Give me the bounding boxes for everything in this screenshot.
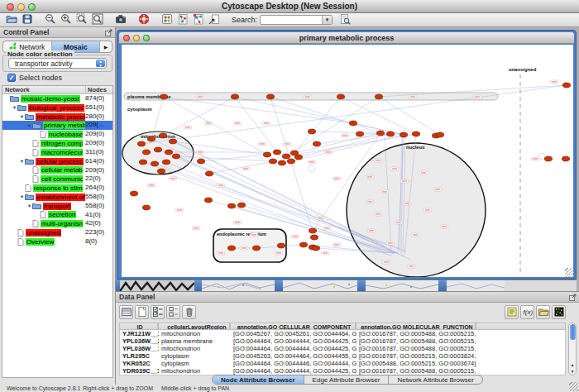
network-node[interactable] [162,160,170,165]
tab-network-attribute-browser[interactable]: Network Attribute Browser [389,375,481,384]
network-node[interactable] [231,94,238,99]
network-node[interactable] [544,156,552,161]
network-node[interactable] [172,154,179,159]
delete-attribute-button[interactable] [182,305,196,319]
tree-item-transport[interactable]: ▼transport558(0) [2,202,112,211]
network-node[interactable] [562,83,570,88]
window-resize-grip[interactable] [565,268,574,277]
tree-item-metabolic-process[interactable]: ▼metabolic process280(0) [2,112,112,122]
tree-item-mosaic-demo-yeast[interactable]: mosaic-demo-yeast874(0) [2,94,112,103]
network-node[interactable] [227,246,235,251]
network-node[interactable] [309,228,316,233]
import-network-button[interactable] [206,14,222,26]
network-node[interactable] [375,94,382,99]
network-node[interactable] [356,131,363,136]
network-node[interactable] [197,159,204,164]
zoom-in-button[interactable] [58,14,74,26]
network-node[interactable] [137,141,145,146]
tree-expand-icon[interactable]: ▼ [19,194,25,199]
table-row[interactable]: YJR121W__1mitochondrion[GO:0045267, GO:0… [120,330,565,337]
network-node[interactable] [266,94,274,99]
network-canvas[interactable]: plasma membranecytoplasmmitochondrionnuc… [122,45,573,277]
background-window-sliver[interactable] [120,280,194,291]
tree-item-cellular-process[interactable]: ▼cellular process614(0) [2,157,112,166]
tree-item-multi-organism-pro[interactable]: multi-organism pro42(0) [2,219,112,228]
search-options-button[interactable] [337,14,352,26]
network-node[interactable] [436,132,443,137]
tree-expand-icon[interactable]: ▼ [19,114,25,119]
zoom-out-button[interactable] [42,14,58,26]
network-node[interactable] [142,150,150,155]
annotation-button[interactable] [505,305,519,319]
table-column-header[interactable]: annotation.GO MOLECULAR_FUNCTION [356,323,476,330]
network-node[interactable] [205,171,213,176]
tree-item-establishment-of-lo[interactable]: ▼establishment of lo558(0) [2,193,112,202]
tree-item-nitrogen-compo[interactable]: nitrogen compo209(0) [2,139,112,148]
tree-item-secretion[interactable]: secretion41(0) [2,211,112,220]
network-node[interactable] [277,243,285,248]
tab-edge-attribute-browser[interactable]: Edge Attribute Browser [304,375,390,384]
float-panel-icon[interactable] [105,29,112,40]
zoom-fit-button[interactable] [89,14,105,26]
table-column-header[interactable]: _cellularLayoutRegion [158,323,230,330]
background-window-sliver[interactable] [447,280,505,291]
network-node[interactable] [159,133,166,138]
network-node[interactable] [130,191,137,196]
network-node[interactable] [160,94,167,99]
network-node[interactable] [169,139,176,144]
create-network-view-button[interactable] [175,14,190,26]
table-row[interactable]: YDR039C__1mitochondrion[GO:0044464, GO:0… [120,367,565,375]
chevron-down-icon[interactable]: ▼ [322,16,332,24]
select-nodes-checkbox[interactable]: ✓ [7,74,16,82]
tree-expand-icon[interactable]: ▼ [19,159,25,164]
network-node[interactable] [294,155,302,160]
help-button[interactable] [136,14,151,26]
network-node[interactable] [349,121,356,126]
network-node[interactable] [278,160,285,165]
network-node[interactable] [263,152,270,157]
network-node[interactable] [282,154,290,159]
network-node[interactable] [252,246,260,251]
network-node[interactable] [312,246,319,251]
network-overlay-button[interactable] [190,14,206,26]
tree-item-response-to-stimulu[interactable]: response to stimulu264(0) [2,184,112,193]
network-node[interactable] [386,131,394,136]
tree-expand-icon[interactable]: ▼ [26,123,32,128]
network-node[interactable] [400,132,407,137]
tree-expand-icon[interactable]: ▼ [26,203,32,208]
network-node[interactable] [142,205,150,210]
network-node[interactable] [299,242,307,247]
dropdown-stepper-icon[interactable]: ▲▼ [96,60,105,67]
search-combobox[interactable]: ▼ [260,15,333,25]
vizmapper-button[interactable] [159,14,175,26]
background-window-sliver[interactable] [202,280,275,291]
network-node[interactable] [269,159,276,164]
network-node[interactable] [151,161,158,166]
tree-column-network[interactable]: Network [5,86,30,94]
tree-item-nucleobase-[interactable]: nucleobase-209(0) [2,130,112,139]
app-resize-grip[interactable] [569,382,578,391]
tree-column-nodes[interactable]: Nodes [85,86,107,94]
formula-builder-button[interactable]: f(x) [520,305,534,319]
network-node[interactable] [165,150,172,155]
scroll-down-icon[interactable]: ▼ [569,368,576,375]
network-node[interactable] [562,156,569,161]
unselect-attributes-button[interactable] [166,305,180,319]
tree-item-macromolecule[interactable]: macromolecule311(0) [2,148,112,157]
table-row[interactable]: YPL036W__1mitochondrion[GO:0044464, GO:0… [120,345,565,352]
network-node[interactable] [139,160,146,165]
scroll-up-icon[interactable]: ▲ [569,361,576,368]
table-scrollbar[interactable]: ▲ ▼ [568,323,577,375]
background-window-sliver[interactable] [283,280,357,291]
save-session-button[interactable] [19,14,35,26]
network-node[interactable] [227,203,235,208]
network-window-titlebar[interactable]: primary metabolic process [119,32,574,44]
snapshot-button[interactable] [112,14,128,26]
network-node[interactable] [154,147,161,152]
more-tabs-button[interactable]: ▶ [100,41,112,52]
tree-item-cell-communicat[interactable]: cell communicat22(0) [2,174,112,184]
network-node[interactable] [310,235,318,240]
network-node[interactable] [308,129,315,134]
table-column-header[interactable]: annotation.GO CELLULAR_COMPONENT [230,323,356,330]
network-node[interactable] [204,198,212,203]
